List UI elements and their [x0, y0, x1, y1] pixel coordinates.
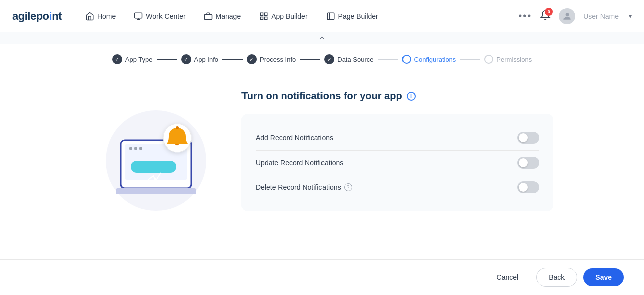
cancel-button[interactable]: Cancel [485, 268, 531, 286]
svg-point-16 [139, 147, 142, 150]
svg-rect-7 [265, 17, 267, 19]
step-icon-data-source: ✓ [324, 54, 334, 64]
notif-row-add: Add Record Notifications [256, 126, 539, 150]
user-name: User Name [583, 12, 619, 20]
step-icon-app-type: ✓ [112, 54, 122, 64]
nav-item-work-center[interactable]: Work Center [127, 8, 192, 25]
user-icon [562, 11, 572, 21]
main-content: Turn on notifications for your app i Add… [0, 75, 644, 266]
notification-illustration [96, 95, 216, 216]
svg-rect-18 [131, 161, 176, 173]
page-icon [326, 12, 335, 21]
step-label-app-type: App Type [125, 56, 153, 63]
notification-panel: Turn on notifications for your app i Add… [242, 90, 553, 211]
notif-row-delete: Delete Record Notifications ? [256, 175, 539, 199]
svg-rect-6 [260, 17, 263, 19]
wizard-steps: ✓ App Type ✓ App Info ✓ Process Info ✓ D… [0, 44, 644, 75]
notif-label-delete-text: Delete Record Notifications [256, 183, 341, 191]
connector-4 [378, 59, 398, 60]
nav-item-app-builder[interactable]: App Builder [252, 8, 314, 25]
chevron-up-icon [318, 34, 326, 42]
nav-item-page-builder[interactable]: Page Builder [319, 8, 385, 25]
logo-text: agilepoint [12, 10, 62, 23]
toggle-delete-thumb [519, 183, 528, 192]
footer: Cancel Back Save [0, 259, 644, 295]
step-label-data-source: Data Source [337, 56, 373, 63]
notif-label-update: Update Record Notifications [256, 159, 343, 167]
connector-1 [157, 59, 177, 60]
step-configurations[interactable]: Configurations [402, 55, 456, 64]
svg-rect-5 [265, 13, 267, 15]
notif-row-update: Update Record Notifications [256, 150, 539, 175]
nav-manage-label: Manage [216, 12, 242, 20]
svg-rect-3 [204, 14, 212, 20]
notification-badge: 0 [545, 8, 553, 16]
logo[interactable]: agilepoint [12, 10, 62, 23]
nav-home-label: Home [97, 12, 116, 20]
nav-item-home[interactable]: Home [78, 8, 123, 25]
panel-title-text: Turn on notifications for your app [242, 90, 403, 102]
step-icon-app-info: ✓ [181, 54, 191, 64]
help-icon-delete[interactable]: ? [344, 183, 352, 191]
more-button[interactable]: ••• [518, 10, 532, 22]
notification-card: Add Record Notifications Update Record N… [242, 114, 553, 211]
svg-rect-4 [260, 13, 263, 15]
svg-point-14 [129, 147, 132, 150]
nav-item-manage[interactable]: Manage [197, 8, 249, 25]
toggle-delete-record[interactable] [517, 181, 539, 193]
monitor-icon [134, 12, 143, 21]
svg-point-20 [176, 126, 179, 129]
step-app-type[interactable]: ✓ App Type [112, 54, 153, 64]
nav-right: ••• 0 User Name ▾ [518, 8, 632, 24]
notification-button[interactable]: 0 [540, 10, 551, 23]
notif-label-add: Add Record Notifications [256, 134, 333, 142]
save-button[interactable]: Save [583, 268, 624, 286]
nav-app-builder-label: App Builder [271, 12, 307, 20]
notif-label-delete: Delete Record Notifications ? [256, 183, 352, 191]
home-icon [85, 12, 94, 21]
step-icon-configurations [402, 55, 411, 64]
nav-work-center-label: Work Center [146, 12, 185, 20]
step-app-info[interactable]: ✓ App Info [181, 54, 218, 64]
svg-rect-8 [327, 13, 334, 20]
step-icon-process-info: ✓ [247, 54, 257, 64]
step-icon-permissions [484, 55, 493, 64]
step-label-configurations: Configurations [414, 56, 456, 63]
collapse-strip[interactable] [0, 32, 644, 44]
step-label-app-info: App Info [194, 56, 218, 63]
step-label-process-info: Process Info [260, 56, 296, 63]
svg-rect-0 [135, 13, 142, 18]
avatar[interactable] [559, 8, 575, 24]
svg-rect-17 [116, 188, 196, 194]
toggle-add-record[interactable] [517, 132, 539, 144]
step-label-permissions: Permissions [496, 56, 532, 63]
nav-page-builder-label: Page Builder [338, 12, 378, 20]
toggle-add-thumb [519, 133, 528, 142]
navbar: agilepoint Home Work Center Manage App B… [0, 0, 644, 32]
step-process-info[interactable]: ✓ Process Info [247, 54, 296, 64]
svg-point-15 [134, 147, 137, 150]
svg-point-10 [566, 13, 569, 16]
connector-5 [460, 59, 480, 60]
chevron-down-icon[interactable]: ▾ [629, 13, 632, 20]
grid-icon [259, 12, 268, 21]
info-icon[interactable]: i [407, 92, 416, 101]
step-permissions[interactable]: Permissions [484, 55, 532, 64]
connector-2 [222, 59, 243, 60]
toggle-update-thumb [519, 158, 528, 167]
briefcase-icon [204, 12, 213, 21]
toggle-update-record[interactable] [517, 157, 539, 169]
panel-title: Turn on notifications for your app i [242, 90, 553, 102]
connector-3 [300, 59, 320, 60]
step-data-source[interactable]: ✓ Data Source [324, 54, 373, 64]
back-button[interactable]: Back [536, 268, 577, 287]
nav-items: Home Work Center Manage App Builder Page… [78, 8, 502, 25]
illustration [91, 90, 221, 221]
